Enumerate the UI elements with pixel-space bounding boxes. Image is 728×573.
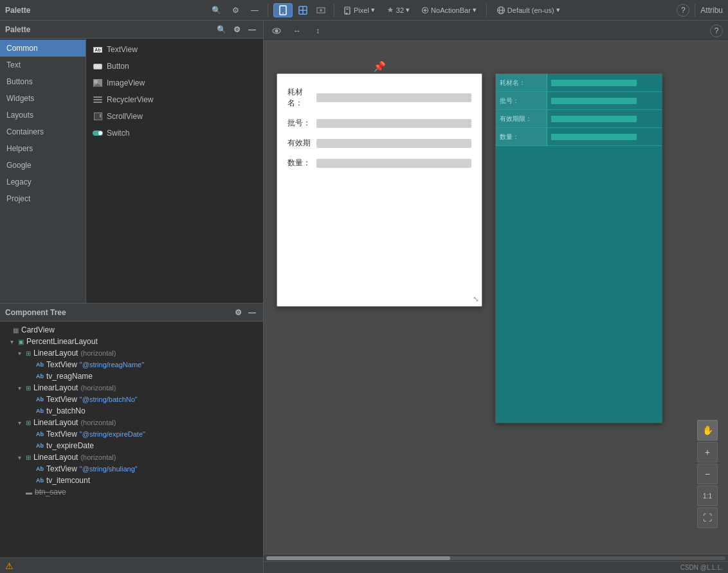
zoom-in-btn[interactable]: + — [697, 442, 718, 462]
hand-tool-btn[interactable]: ✋ — [697, 420, 718, 441]
footer: CSDN @L.L.L. — [264, 561, 728, 573]
expiredate-bar — [316, 139, 471, 148]
teal-preview-card: 耗材名： 批号： 有效期限： 数量： — [495, 73, 662, 423]
switch-icon — [93, 128, 103, 138]
form-field-reagname: 耗材名： — [287, 87, 471, 109]
actionbar-chevron — [473, 6, 477, 14]
white-phone-preview: 📌 耗材名： 批号： 有效期 数量： — [277, 73, 482, 307]
teal-phone-preview: 耗材名： 批号： 有效期限： 数量： — [495, 73, 662, 423]
nav-item-google[interactable]: Google — [0, 157, 86, 174]
nav-item-helpers[interactable]: Helpers — [0, 140, 86, 157]
preview-btn[interactable] — [313, 3, 329, 18]
palette-title: Palette — [5, 6, 30, 15]
arrow-h-btn[interactable]: ↔ — [289, 23, 305, 39]
density-selector[interactable]: 32 — [382, 3, 414, 17]
palette-nav: Common Text Buttons Widgets Layouts Cont… — [0, 39, 86, 303]
tree-minimize-btn[interactable]: — — [246, 307, 258, 318]
textview-icon-2: Ab — [36, 396, 44, 403]
tree-item-tv-itemcount[interactable]: Ab tv_itemcount — [0, 475, 263, 486]
nav-item-text[interactable]: Text — [0, 57, 86, 73]
eye-btn[interactable] — [269, 23, 284, 39]
pixel-chevron — [371, 6, 375, 14]
palette-item-scrollview[interactable]: ScrollView — [86, 108, 263, 125]
fit-screen-btn[interactable]: ⛶ — [697, 507, 718, 528]
tree-warning-icon: ⚠ — [5, 561, 14, 571]
tree-item-linearlayout-3[interactable]: ▾ ⊞ LinearLayout (horizontal) — [0, 417, 263, 428]
tree-item-textview-4[interactable]: Ab TextView "@string/shuliang" — [0, 463, 263, 475]
nav-item-common[interactable]: Common — [0, 40, 86, 57]
palette-header-title: Palette — [5, 25, 30, 34]
nav-item-legacy[interactable]: Legacy — [0, 174, 86, 190]
tv-itemcount-icon: Ab — [36, 477, 44, 484]
palette-search-btn[interactable]: 🔍 — [215, 24, 227, 35]
tree-item-cardview[interactable]: ▦ CardView — [0, 324, 263, 336]
minimize-icon-btn[interactable]: — — [247, 3, 262, 18]
nav-item-containers[interactable]: Containers — [0, 123, 86, 140]
tree-item-linearlayout-2[interactable]: ▾ ⊞ LinearLayout (horizontal) — [0, 382, 263, 394]
nav-item-layouts[interactable]: Layouts — [0, 107, 86, 123]
scrollbar-thumb[interactable] — [266, 556, 450, 560]
batchno-bar — [316, 119, 471, 128]
palette-minimize-btn[interactable]: — — [246, 24, 258, 35]
tv-batchno-icon: Ab — [36, 408, 44, 414]
svg-point-14 — [275, 30, 278, 32]
search-icon-btn[interactable]: 🔍 — [208, 3, 224, 18]
tree-settings-btn[interactable]: ⚙ — [232, 307, 244, 318]
tree-footer: ⚠ — [0, 558, 263, 573]
pixel-selector[interactable]: Pixel — [340, 3, 379, 17]
nav-item-widgets[interactable]: Widgets — [0, 90, 86, 107]
footer-text: CSDN @L.L.L. — [680, 564, 723, 571]
zoom-out-btn[interactable]: − — [697, 464, 718, 484]
help-btn[interactable]: ? — [677, 4, 689, 17]
tree-item-textview-2[interactable]: Ab TextView "@string/batchNo" — [0, 394, 263, 405]
tree-item-tv-batchno[interactable]: Ab tv_batchNo — [0, 405, 263, 417]
zoom-controls: ✋ + − 1:1 ⛶ — [697, 420, 718, 528]
device-design-btn[interactable] — [273, 3, 293, 17]
palette-item-recyclerview[interactable]: RecyclerView — [86, 91, 263, 108]
blueprint-btn[interactable] — [295, 3, 311, 18]
arrow-v-btn[interactable]: ↕ — [310, 23, 325, 39]
palette-settings-btn[interactable]: ⚙ — [231, 24, 242, 35]
palette-item-switch[interactable]: Switch — [86, 125, 263, 141]
teal-row-expiredate: 有效期限： — [496, 110, 662, 128]
scrollview-icon — [93, 111, 103, 122]
percent-layout-icon: ▣ — [18, 338, 24, 345]
tree-item-percentlinearlayout[interactable]: ▾ ▣ PercentLinearLayout — [0, 336, 263, 347]
palette-header: Palette 🔍 ⚙ — — [0, 21, 263, 39]
tree-item-textview-3[interactable]: Ab TextView "@string/expireDate" — [0, 428, 263, 440]
locale-selector[interactable]: Default (en-us) — [492, 3, 565, 17]
tree-item-linearlayout-1[interactable]: ▾ ⊞ LinearLayout (horizontal) — [0, 347, 263, 359]
design-help-btn[interactable]: ? — [710, 24, 723, 37]
textview-icon: Ab — [93, 44, 103, 55]
design-canvas[interactable]: 📌 耗材名： 批号： 有效期 数量： — [264, 41, 728, 554]
pin-icon: 📌 — [373, 60, 386, 73]
palette-item-imageview[interactable]: ImageView — [86, 75, 263, 91]
linearlayout-h-icon-1: ⊞ — [26, 350, 31, 357]
tree-item-textview-1[interactable]: Ab TextView "@string/reagName" — [0, 359, 263, 370]
nav-item-buttons[interactable]: Buttons — [0, 73, 86, 90]
tree-item-tv-expiredate[interactable]: Ab tv_expireDate — [0, 440, 263, 451]
textview-icon-4: Ab — [36, 466, 44, 472]
tree-item-tv-reagname[interactable]: Ab tv_reagName — [0, 370, 263, 382]
button-icon — [93, 61, 103, 71]
palette-item-textview[interactable]: Ab TextView — [86, 41, 263, 58]
component-tree-header: Component Tree ⚙ — — [0, 304, 263, 322]
attrib-label: Attribu — [700, 6, 723, 15]
tree-item-btn-save[interactable]: ▬ btn_save — [0, 486, 263, 498]
zoom-ratio-btn[interactable]: 1:1 — [697, 486, 718, 506]
nav-item-project[interactable]: Project — [0, 190, 86, 207]
density-chevron — [406, 6, 410, 14]
tree-item-linearlayout-4[interactable]: ▾ ⊞ LinearLayout (horizontal) — [0, 451, 263, 463]
palette-item-button[interactable]: Button — [86, 58, 263, 75]
resize-handle[interactable]: ⤡ — [473, 295, 479, 304]
card-icon: ▦ — [13, 327, 19, 334]
locale-chevron — [556, 6, 560, 14]
svg-point-8 — [346, 13, 347, 14]
svg-point-5 — [320, 9, 322, 12]
horizontal-scrollbar[interactable] — [264, 554, 728, 561]
shuliang-bar — [316, 159, 471, 168]
form-field-shuliang: 数量： — [287, 158, 471, 168]
form-empty-area — [287, 177, 471, 293]
settings-icon-btn[interactable]: ⚙ — [228, 3, 243, 18]
actionbar-selector[interactable]: NoActionBar — [417, 3, 481, 17]
